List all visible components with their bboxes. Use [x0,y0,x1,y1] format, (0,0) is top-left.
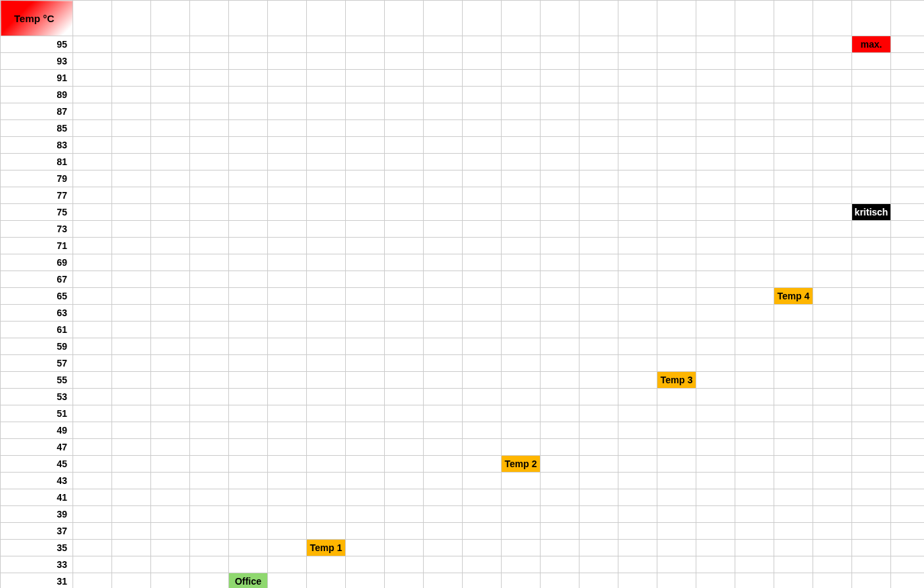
grid-cell[interactable] [151,137,190,154]
grid-cell[interactable] [346,221,385,238]
grid-cell[interactable] [385,573,424,589]
grid-cell[interactable] [891,389,925,405]
grid-cell[interactable] [112,540,151,556]
grid-cell[interactable] [502,221,541,238]
grid-cell[interactable] [463,187,502,204]
grid-cell[interactable] [657,271,696,288]
grid-cell[interactable] [891,556,925,573]
grid-cell[interactable] [502,338,541,355]
grid-cell[interactable] [813,422,852,439]
grid-cell[interactable] [307,120,346,137]
grid-cell[interactable] [618,422,657,439]
grid-cell[interactable] [774,36,813,53]
grid-cell[interactable] [580,53,618,70]
grid-cell[interactable] [73,506,112,523]
grid-cell[interactable] [735,540,774,556]
grid-cell[interactable] [151,53,190,70]
grid-cell[interactable] [696,355,735,372]
grid-cell[interactable] [657,70,696,87]
grid-cell[interactable] [190,372,229,389]
grid-cell[interactable] [112,305,151,322]
grid-cell[interactable] [463,288,502,305]
grid-cell[interactable] [852,221,891,238]
grid-cell[interactable] [307,187,346,204]
grid-cell[interactable] [618,556,657,573]
grid-cell[interactable] [151,170,190,187]
grid-cell[interactable] [73,523,112,540]
grid-cell[interactable] [541,288,580,305]
grid-cell[interactable] [657,422,696,439]
grid-cell[interactable] [813,36,852,53]
grid-cell[interactable] [268,87,307,103]
grid-cell[interactable] [618,372,657,389]
grid-cell[interactable] [229,405,268,422]
grid-cell[interactable] [190,103,229,120]
grid-cell[interactable] [229,288,268,305]
grid-cell[interactable] [307,338,346,355]
grid-cell[interactable] [229,305,268,322]
grid-cell[interactable] [502,53,541,70]
marker-cell[interactable]: kritisch [852,204,891,221]
grid-cell[interactable] [73,372,112,389]
grid-cell[interactable] [618,271,657,288]
grid-cell[interactable] [424,540,463,556]
grid-cell[interactable] [580,355,618,372]
grid-cell[interactable] [541,473,580,489]
grid-cell[interactable] [502,305,541,322]
grid-cell[interactable] [463,204,502,221]
grid-cell[interactable] [657,187,696,204]
grid-cell[interactable] [774,221,813,238]
grid-cell[interactable] [813,556,852,573]
grid-cell[interactable] [891,187,925,204]
grid-cell[interactable] [424,1,463,36]
grid-cell[interactable] [424,170,463,187]
grid-cell[interactable] [190,271,229,288]
grid-cell[interactable] [657,288,696,305]
grid-cell[interactable] [657,254,696,271]
grid-cell[interactable] [813,372,852,389]
grid-cell[interactable] [463,372,502,389]
grid-cell[interactable] [268,405,307,422]
grid-cell[interactable] [73,338,112,355]
grid-cell[interactable] [580,1,618,36]
grid-cell[interactable] [112,36,151,53]
grid-cell[interactable] [813,456,852,473]
grid-cell[interactable] [424,489,463,506]
grid-cell[interactable] [541,322,580,338]
grid-cell[interactable] [813,170,852,187]
grid-cell[interactable] [541,338,580,355]
grid-cell[interactable] [735,372,774,389]
grid-cell[interactable] [424,120,463,137]
grid-cell[interactable] [112,254,151,271]
grid-cell[interactable] [502,556,541,573]
grid-cell[interactable] [73,170,112,187]
grid-cell[interactable] [229,456,268,473]
grid-cell[interactable] [346,288,385,305]
grid-cell[interactable] [268,439,307,456]
grid-cell[interactable] [735,338,774,355]
grid-cell[interactable] [891,405,925,422]
grid-cell[interactable] [424,405,463,422]
grid-cell[interactable] [502,372,541,389]
grid-cell[interactable] [618,322,657,338]
grid-cell[interactable] [541,271,580,288]
grid-cell[interactable] [891,573,925,589]
grid-cell[interactable] [852,254,891,271]
grid-cell[interactable] [385,103,424,120]
grid-cell[interactable] [385,556,424,573]
grid-cell[interactable] [190,456,229,473]
grid-cell[interactable] [696,506,735,523]
grid-cell[interactable] [73,204,112,221]
grid-cell[interactable] [774,204,813,221]
grid-cell[interactable] [424,322,463,338]
grid-cell[interactable] [696,405,735,422]
grid-cell[interactable] [385,137,424,154]
grid-cell[interactable] [424,53,463,70]
grid-cell[interactable] [424,221,463,238]
grid-cell[interactable] [502,254,541,271]
grid-cell[interactable] [735,473,774,489]
grid-cell[interactable] [852,288,891,305]
grid-cell[interactable] [852,1,891,36]
grid-cell[interactable] [385,288,424,305]
grid-cell[interactable] [346,36,385,53]
